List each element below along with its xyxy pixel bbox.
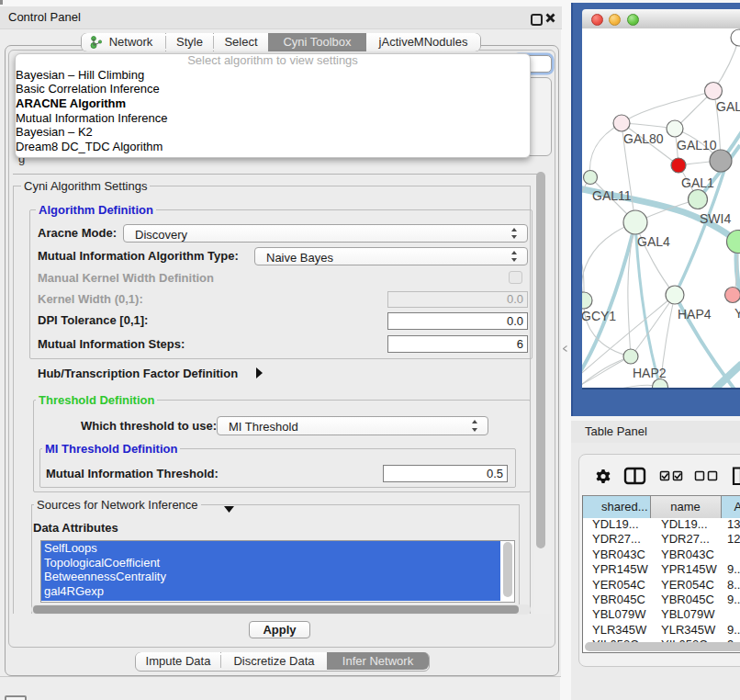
svg-text:GAL80: GAL80 bbox=[623, 131, 664, 146]
svg-text:GAL1: GAL1 bbox=[681, 175, 714, 190]
svg-text:GAL7: GAL7 bbox=[716, 99, 740, 114]
svg-text:HAP2: HAP2 bbox=[633, 366, 667, 380]
svg-text:HAP4: HAP4 bbox=[678, 307, 712, 322]
svg-text:Y: Y bbox=[734, 306, 740, 321]
svg-text:GAL10: GAL10 bbox=[677, 138, 717, 152]
svg-text:GAL11: GAL11 bbox=[592, 188, 632, 203]
svg-text:GAL4: GAL4 bbox=[637, 234, 670, 249]
svg-text:SWI4: SWI4 bbox=[700, 211, 731, 226]
svg-text:GCY1: GCY1 bbox=[582, 309, 616, 323]
